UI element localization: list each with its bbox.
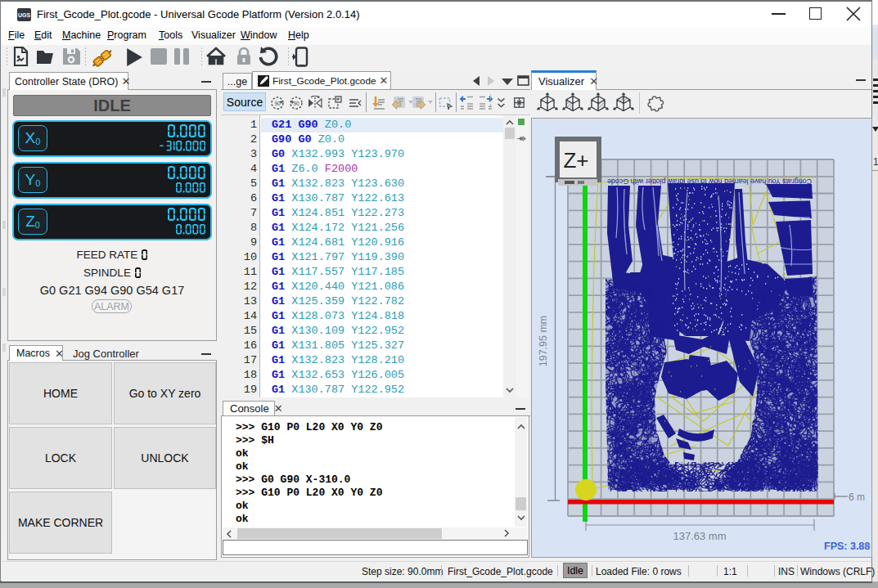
svg-text:197.95 mm: 197.95 mm — [538, 316, 549, 367]
svg-text:137.63 mm: 137.63 mm — [673, 530, 726, 542]
svg-text:Congrats You have learned how: Congrats You have learned how to use ldr… — [607, 177, 812, 186]
svg-text:6 m: 6 m — [849, 491, 865, 503]
svg-text:90: 90 — [293, 101, 299, 106]
svg-text:90: 90 — [274, 101, 281, 106]
svg-text:Z+: Z+ — [563, 148, 588, 173]
